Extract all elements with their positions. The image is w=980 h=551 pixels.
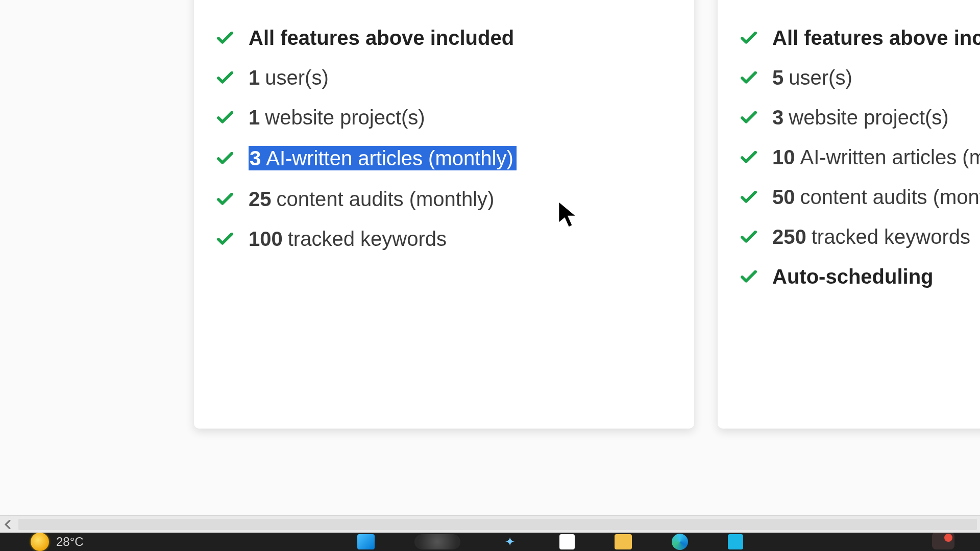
feature-item: 5 user(s)	[741, 66, 980, 89]
scroll-left-arrow-icon[interactable]	[0, 516, 15, 533]
check-icon	[741, 265, 757, 288]
feature-text: Auto-scheduling	[772, 265, 934, 288]
feature-number: 100	[249, 228, 283, 250]
check-icon	[741, 27, 757, 49]
windows-taskbar[interactable]: 28°C ✦	[0, 533, 980, 551]
feature-list: All features above included 5 user(s) 3 …	[741, 27, 980, 288]
feature-number: 1	[249, 106, 260, 129]
scrollbar-track[interactable]	[18, 519, 977, 530]
check-icon	[217, 66, 233, 89]
weather-sun-icon	[31, 533, 49, 551]
check-icon	[741, 106, 757, 129]
feature-text: tracked keywords	[812, 226, 970, 248]
feature-text: content audits (monthly)	[800, 186, 981, 208]
taskbar-tray[interactable]	[932, 533, 954, 549]
feature-number: 10	[772, 146, 795, 168]
viewport: Buy now All features above included 1 us…	[0, 0, 980, 551]
tray-notification-icon[interactable]	[932, 533, 954, 549]
feature-item: 250 tracked keywords	[741, 226, 980, 248]
feature-item-highlighted: 3 AI-written articles (monthly)	[217, 146, 671, 170]
feature-number: 250	[772, 226, 806, 248]
feature-item: 3 website project(s)	[741, 106, 980, 129]
feature-number: 50	[772, 186, 795, 208]
pricing-card-2: Buy now All features above included 5 us…	[718, 0, 980, 429]
pricing-card-1: Buy now All features above included 1 us…	[194, 0, 694, 429]
feature-item: All features above included	[741, 27, 980, 49]
copilot-icon[interactable]: ✦	[500, 534, 520, 549]
check-icon	[741, 66, 757, 89]
feature-number: 25	[249, 188, 272, 210]
feature-text: content audits (monthly)	[277, 188, 495, 210]
feature-item: 25 content audits (monthly)	[217, 188, 671, 210]
feature-number: 5	[772, 66, 783, 89]
feature-text: AI-written articles (monthly)	[266, 147, 513, 169]
feature-number: 1	[249, 66, 260, 89]
check-icon	[217, 228, 233, 250]
check-icon	[217, 27, 233, 49]
feature-text: tracked keywords	[288, 228, 447, 250]
feature-text: All features above included	[772, 27, 980, 49]
feature-item: 100 tracked keywords	[217, 228, 671, 250]
check-icon	[217, 188, 233, 210]
taskbar-search[interactable]	[414, 534, 460, 549]
app-icon[interactable]	[728, 534, 743, 549]
feature-text: website project(s)	[265, 106, 425, 129]
check-icon	[217, 147, 233, 169]
feature-text: user(s)	[789, 66, 852, 89]
feature-text: All features above included	[249, 27, 514, 49]
feature-item: Auto-scheduling	[741, 265, 980, 288]
notepad-icon[interactable]	[559, 534, 575, 549]
feature-item: 10 AI-written articles (monthly)	[741, 146, 980, 168]
feature-list: All features above included 1 user(s) 1 …	[217, 27, 671, 250]
check-icon	[741, 186, 757, 208]
start-menu-icon[interactable]	[357, 534, 375, 549]
horizontal-scrollbar[interactable]	[0, 515, 980, 533]
feature-number: 3	[772, 106, 783, 129]
feature-item: 1 website project(s)	[217, 106, 671, 129]
text-selection: 3 AI-written articles (monthly)	[249, 146, 517, 170]
weather-temp: 28°C	[56, 535, 84, 549]
edge-browser-icon[interactable]	[672, 534, 688, 550]
file-explorer-icon[interactable]	[615, 534, 632, 549]
feature-item: All features above included	[217, 27, 671, 49]
taskbar-weather[interactable]: 28°C	[31, 533, 84, 551]
feature-number: 3	[250, 147, 261, 169]
check-icon	[741, 226, 757, 248]
check-icon	[741, 146, 757, 168]
feature-text: website project(s)	[789, 106, 948, 129]
feature-item: 50 content audits (monthly)	[741, 186, 980, 208]
pricing-cards-row: Buy now All features above included 1 us…	[0, 0, 980, 429]
check-icon	[217, 106, 233, 129]
feature-text: user(s)	[265, 66, 328, 89]
feature-text: AI-written articles (monthly)	[800, 146, 981, 168]
taskbar-center-icons: ✦	[357, 534, 743, 550]
feature-item: 1 user(s)	[217, 66, 671, 89]
